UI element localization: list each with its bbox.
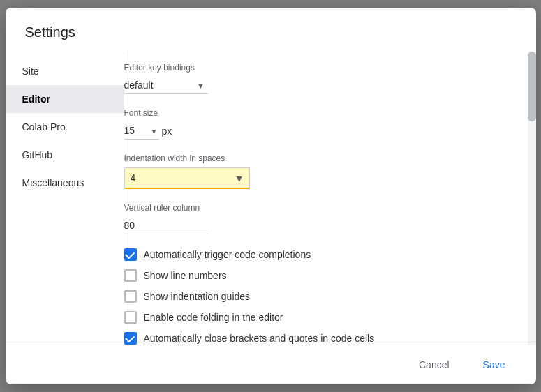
sidebar-item-miscellaneous[interactable]: Miscellaneous xyxy=(6,169,124,197)
dialog-title: Settings xyxy=(6,8,536,52)
checkbox-label-code-folding: Enable code folding in the editor xyxy=(144,312,283,323)
ruler-input[interactable] xyxy=(124,217,208,234)
font-size-row: 15 ▼ px xyxy=(124,122,511,140)
dialog-footer: Cancel Save xyxy=(6,345,536,384)
sidebar-item-github[interactable]: GitHub xyxy=(6,141,124,169)
checkbox-row-auto-brackets: Automatically close brackets and quotes … xyxy=(124,332,511,345)
font-size-unit: px xyxy=(162,126,172,137)
font-size-select[interactable]: 15 xyxy=(124,122,159,140)
checkbox-row-code-folding: Enable code folding in the editor xyxy=(124,311,511,324)
font-size-label: Font size xyxy=(124,108,511,118)
checkbox-line-numbers[interactable] xyxy=(124,269,137,282)
ruler-group: Vertical ruler column xyxy=(124,203,511,234)
content-scroll: Editor key bindings default ▼ Font size … xyxy=(124,52,528,345)
sidebar-item-colab-pro[interactable]: Colab Pro xyxy=(6,113,124,141)
checkboxes-section: Automatically trigger code completions S… xyxy=(124,248,511,345)
checkbox-label-auto-brackets: Automatically close brackets and quotes … xyxy=(144,333,375,344)
checkbox-label-line-numbers: Show line numbers xyxy=(144,270,227,281)
key-bindings-select-wrapper: default ▼ xyxy=(124,77,208,94)
checkbox-row-line-numbers: Show line numbers xyxy=(124,269,511,282)
font-size-group: Font size 15 ▼ px xyxy=(124,108,511,140)
checkbox-auto-complete[interactable] xyxy=(124,248,137,261)
checkbox-row-indent-guides: Show indentation guides xyxy=(124,290,511,303)
settings-dialog: Settings Site Editor Colab Pro GitHub Mi… xyxy=(6,8,536,384)
checkbox-code-folding[interactable] xyxy=(124,311,137,324)
checkbox-indent-guides[interactable] xyxy=(124,290,137,303)
checkbox-row-auto-complete: Automatically trigger code completions xyxy=(124,248,511,261)
cancel-button[interactable]: Cancel xyxy=(405,354,464,376)
checkbox-label-indent-guides: Show indentation guides xyxy=(144,291,251,302)
scrollbar-thumb[interactable] xyxy=(528,52,536,121)
content-inner: Editor key bindings default ▼ Font size … xyxy=(124,57,528,345)
dialog-body: Site Editor Colab Pro GitHub Miscellaneo… xyxy=(6,52,536,345)
sidebar: Site Editor Colab Pro GitHub Miscellaneo… xyxy=(6,52,124,345)
key-bindings-select[interactable]: default xyxy=(124,77,208,94)
sidebar-item-editor[interactable]: Editor xyxy=(6,85,124,113)
checkbox-label-auto-complete: Automatically trigger code completions xyxy=(144,249,311,260)
indentation-select-wrapper: 4 ▼ xyxy=(124,167,250,189)
sidebar-item-site[interactable]: Site xyxy=(6,57,124,85)
ruler-label: Vertical ruler column xyxy=(124,203,511,213)
key-bindings-label: Editor key bindings xyxy=(124,63,511,73)
indentation-label: Indentation width in spaces xyxy=(124,153,511,163)
key-bindings-group: Editor key bindings default ▼ xyxy=(124,63,511,94)
checkbox-auto-brackets[interactable] xyxy=(124,332,137,345)
indentation-group: Indentation width in spaces 4 ▼ xyxy=(124,153,511,189)
scrollbar-track xyxy=(528,52,536,345)
indentation-select[interactable]: 4 xyxy=(124,167,250,189)
save-button[interactable]: Save xyxy=(469,354,519,376)
